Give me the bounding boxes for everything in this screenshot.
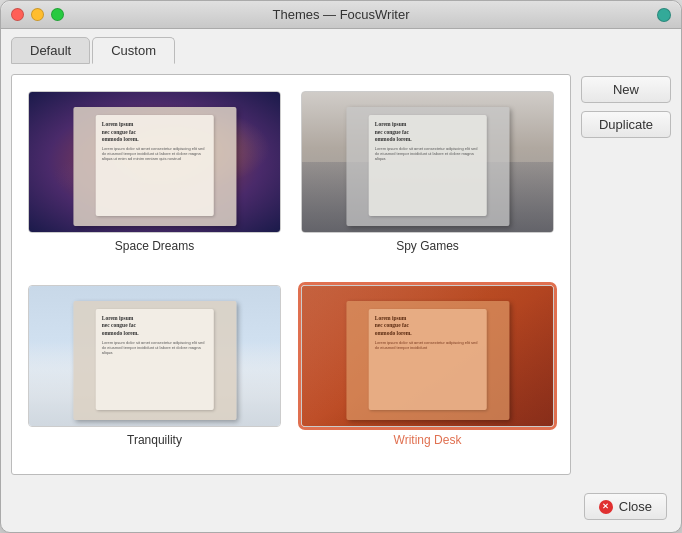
duplicate-button[interactable]: Duplicate (581, 111, 671, 138)
theme-item-spy-games[interactable]: Lorem ipsum nec congue fac ommodo lorem.… (297, 87, 558, 269)
doc-line-2-space: nec congue fac (102, 129, 207, 137)
doc-overlay-space: Lorem ipsum nec congue fac ommodo lorem.… (73, 107, 236, 226)
doc-line-1-writing: Lorem ipsum (375, 315, 480, 323)
titlebar: Themes — FocusWriter (1, 1, 681, 29)
maximize-window-button[interactable] (51, 8, 64, 21)
doc-inner-writing: Lorem ipsum nec congue fac ommodo lorem.… (369, 309, 486, 410)
window-controls (11, 8, 64, 21)
doc-overlay-tranquility: Lorem ipsum nec congue fac ommodo lorem.… (73, 301, 236, 420)
doc-line-3-space: ommodo lorem. (102, 136, 207, 144)
themes-grid[interactable]: Lorem ipsum nec congue fac ommodo lorem.… (11, 74, 571, 475)
theme-preview-spy: Lorem ipsum nec congue fac ommodo lorem.… (302, 92, 553, 232)
theme-preview-wrapper-space: Lorem ipsum nec congue fac ommodo lorem.… (28, 91, 281, 233)
doc-line-2-writing: nec congue fac (375, 322, 480, 330)
doc-overlay-writing: Lorem ipsum nec congue fac ommodo lorem.… (346, 301, 509, 420)
doc-filler-tranquility: Lorem ipsum dolor sit amet consectetur a… (102, 340, 207, 356)
theme-label-writing: Writing Desk (394, 433, 462, 447)
theme-preview-tranquility: Lorem ipsum nec congue fac ommodo lorem.… (29, 286, 280, 426)
footer: Close (1, 485, 681, 532)
theme-label-space: Space Dreams (115, 239, 194, 253)
main-window: Themes — FocusWriter Default Custom Lore (0, 0, 682, 533)
close-label: Close (619, 499, 652, 514)
theme-preview-wrapper-spy: Lorem ipsum nec congue fac ommodo lorem.… (301, 91, 554, 233)
close-button[interactable]: Close (584, 493, 667, 520)
doc-line-2-tranquility: nec congue fac (102, 322, 207, 330)
doc-line-3-spy: ommodo lorem. (375, 136, 480, 144)
content-area: Lorem ipsum nec congue fac ommodo lorem.… (1, 64, 681, 485)
theme-preview-space: Lorem ipsum nec congue fac ommodo lorem.… (29, 92, 280, 232)
close-window-button[interactable] (11, 8, 24, 21)
theme-label-spy: Spy Games (396, 239, 459, 253)
tab-default[interactable]: Default (11, 37, 90, 64)
theme-preview-wrapper-tranquility: Lorem ipsum nec congue fac ommodo lorem.… (28, 285, 281, 427)
doc-line-1-tranquility: Lorem ipsum (102, 315, 207, 323)
theme-item-space-dreams[interactable]: Lorem ipsum nec congue fac ommodo lorem.… (24, 87, 285, 269)
doc-overlay-spy: Lorem ipsum nec congue fac ommodo lorem.… (346, 107, 509, 226)
sidebar-buttons: New Duplicate (581, 74, 671, 475)
doc-inner-tranquility: Lorem ipsum nec congue fac ommodo lorem.… (96, 309, 213, 410)
minimize-window-button[interactable] (31, 8, 44, 21)
theme-item-writing-desk[interactable]: Lorem ipsum nec congue fac ommodo lorem.… (297, 281, 558, 463)
doc-filler-spy: Lorem ipsum dolor sit amet consectetur a… (375, 146, 480, 162)
status-indicator (657, 8, 671, 22)
doc-line-3-writing: ommodo lorem. (375, 330, 480, 338)
new-button[interactable]: New (581, 76, 671, 103)
window-title: Themes — FocusWriter (272, 7, 409, 22)
doc-inner-spy: Lorem ipsum nec congue fac ommodo lorem.… (369, 115, 486, 216)
tab-bar: Default Custom (1, 29, 681, 64)
doc-line-2-spy: nec congue fac (375, 129, 480, 137)
theme-preview-wrapper-writing: Lorem ipsum nec congue fac ommodo lorem.… (301, 285, 554, 427)
close-icon (599, 500, 613, 514)
doc-line-1-space: Lorem ipsum (102, 121, 207, 129)
theme-item-tranquility[interactable]: Lorem ipsum nec congue fac ommodo lorem.… (24, 281, 285, 463)
doc-filler-space: Lorem ipsum dolor sit amet consectetur a… (102, 146, 207, 162)
doc-filler-writing: Lorem ipsum dolor sit amet consectetur a… (375, 340, 480, 350)
doc-line-3-tranquility: ommodo lorem. (102, 330, 207, 338)
doc-line-1-spy: Lorem ipsum (375, 121, 480, 129)
theme-label-tranquility: Tranquility (127, 433, 182, 447)
tab-custom[interactable]: Custom (92, 37, 175, 64)
theme-preview-writing: Lorem ipsum nec congue fac ommodo lorem.… (302, 286, 553, 426)
doc-inner-space: Lorem ipsum nec congue fac ommodo lorem.… (96, 115, 213, 216)
